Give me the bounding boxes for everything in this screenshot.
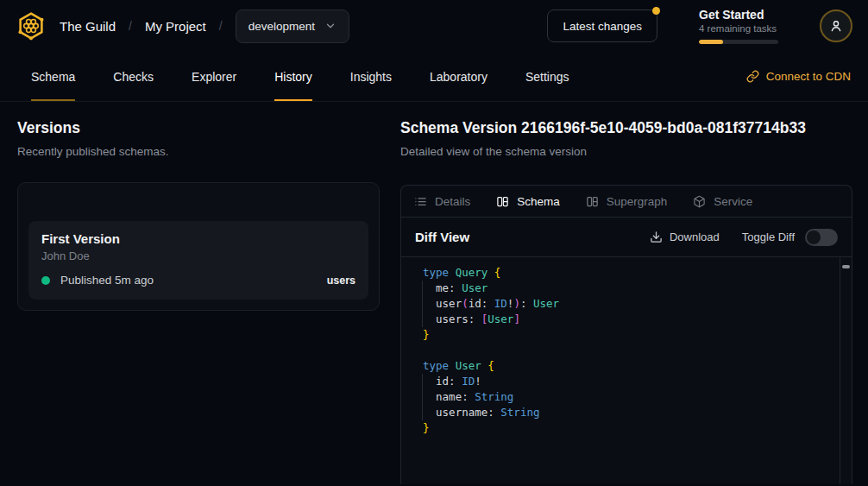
version-detail-subtitle: Detailed view of the schema version (400, 145, 852, 158)
indent-guide (422, 281, 423, 327)
hive-logo-icon[interactable] (16, 10, 47, 41)
columns-icon (586, 195, 599, 208)
get-started-subtitle: 4 remaining tasks (699, 23, 778, 34)
nav-tab-settings[interactable]: Settings (525, 52, 569, 101)
detail-tab-details[interactable]: Details (414, 195, 470, 208)
get-started-title: Get Started (699, 8, 778, 22)
app-header: The Guild / My Project / development Lat… (0, 0, 868, 52)
link-icon (746, 70, 759, 83)
code-line: id: ID! (423, 374, 834, 389)
primary-nav: SchemaChecksExplorerHistoryInsightsLabor… (0, 52, 868, 102)
diff-view-title: Diff View (415, 230, 469, 244)
detail-tab-label: Schema (517, 195, 560, 208)
breadcrumb-separator: / (129, 19, 132, 33)
nav-tab-laboratory[interactable]: Laboratory (430, 52, 487, 101)
version-detail-tabs: DetailsSchemaSupergraphService (401, 186, 852, 218)
detail-tab-supergraph[interactable]: Supergraph (586, 195, 668, 208)
get-started-widget[interactable]: Get Started 4 remaining tasks (699, 8, 778, 44)
detail-tab-label: Service (714, 195, 752, 208)
get-started-progress-fill (699, 40, 723, 44)
target-select-value: development (248, 20, 315, 33)
versions-title: Versions (17, 119, 380, 137)
detail-tab-label: Details (435, 195, 470, 208)
published-status-dot (41, 276, 50, 285)
chevron-down-icon (324, 20, 337, 32)
download-button[interactable]: Download (650, 230, 720, 243)
version-list-item[interactable]: First Version John Doe Published 5m ago … (28, 221, 368, 300)
versions-subtitle: Recently published schemas. (17, 145, 380, 158)
diff-toolbar: Diff View Download Toggle Diff (401, 218, 852, 257)
download-icon (650, 230, 663, 243)
get-started-progressbar (699, 40, 778, 44)
latest-changes-label: Latest changes (563, 20, 642, 33)
code-line: } (423, 420, 834, 436)
version-name: First Version (41, 231, 355, 246)
indent-guide (422, 374, 423, 420)
code-line: users: [User] (423, 312, 834, 327)
breadcrumb-org[interactable]: The Guild (60, 19, 116, 34)
breadcrumb-project[interactable]: My Project (145, 19, 206, 34)
columns-icon (496, 195, 509, 208)
cube-icon (693, 195, 706, 208)
version-status: Published 5m ago (60, 274, 154, 287)
detail-tab-schema[interactable]: Schema (496, 195, 560, 208)
person-icon (828, 18, 844, 34)
version-service-badge: users (327, 275, 355, 287)
detail-tab-service[interactable]: Service (693, 195, 752, 208)
toggle-diff-switch[interactable] (805, 229, 838, 246)
toggle-knob (807, 230, 821, 244)
code-line: name: String (423, 389, 834, 405)
nav-tab-insights[interactable]: Insights (350, 52, 392, 101)
version-author: John Doe (41, 249, 355, 262)
detail-tab-label: Supergraph (607, 195, 668, 208)
connect-to-cdn-label: Connect to CDN (766, 70, 851, 83)
list-icon (414, 195, 427, 208)
code-line: } (423, 327, 834, 343)
versions-list-card: First Version John Doe Published 5m ago … (17, 182, 380, 311)
nav-tab-history[interactable]: History (274, 52, 312, 101)
breadcrumb-separator: / (219, 19, 223, 33)
latest-changes-button[interactable]: Latest changes (547, 9, 657, 42)
code-line: type Query { (423, 265, 834, 281)
code-line: user(id: ID!): User (423, 296, 834, 312)
nav-tab-checks[interactable]: Checks (113, 52, 154, 101)
download-label: Download (670, 230, 720, 243)
version-detail-title: Schema Version 2166196f-5e10-4059-bd0a-0… (400, 119, 852, 137)
code-line: username: String (423, 405, 834, 420)
notification-dot (652, 7, 660, 15)
user-avatar[interactable] (820, 9, 852, 42)
code-line: me: User (423, 281, 834, 296)
code-scrollbar[interactable] (840, 257, 852, 484)
code-line (423, 343, 834, 358)
version-detail-section: Schema Version 2166196f-5e10-4059-bd0a-0… (400, 119, 852, 484)
nav-tab-schema[interactable]: Schema (31, 52, 75, 101)
schema-code-viewer[interactable]: type Query { me: User user(id: ID!): Use… (401, 257, 852, 484)
toggle-diff-label: Toggle Diff (742, 230, 795, 243)
code-scrollbar-thumb[interactable] (842, 265, 850, 268)
target-select[interactable]: development (236, 9, 349, 43)
code-line: type User { (423, 358, 834, 374)
nav-tab-explorer[interactable]: Explorer (192, 52, 236, 101)
connect-to-cdn-link[interactable]: Connect to CDN (746, 52, 851, 101)
version-detail-panel: DetailsSchemaSupergraphService Diff View… (400, 185, 852, 484)
versions-section: Versions Recently published schemas. Fir… (17, 119, 380, 311)
